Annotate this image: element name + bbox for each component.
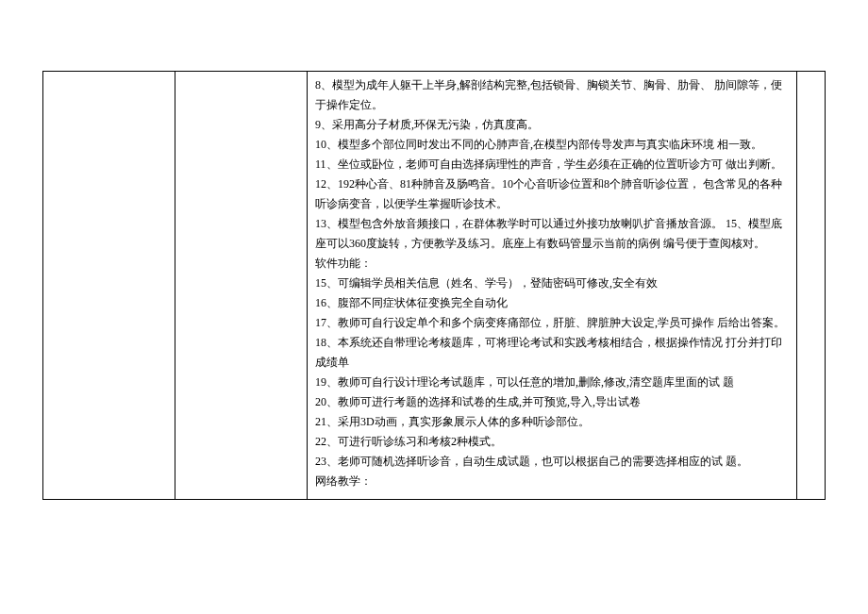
spec-line: 15、可编辑学员相关信息（姓名、学号），登陆密码可修改,安全有效 (315, 274, 789, 293)
spec-line: 16、腹部不同症状体征变换完全自动化 (315, 293, 789, 313)
spec-line: 8、模型为成年人躯干上半身,解剖结构完整,包括锁骨、胸锁关节、胸骨、肋骨、 肋间… (315, 75, 789, 115)
spec-line: 23、老师可随机选择听诊音，自动生成试题，也可以根据自己的需要选择相应的试 题。 (315, 452, 789, 472)
cell-col2 (175, 72, 308, 500)
cell-content: 8、模型为成年人躯干上半身,解剖结构完整,包括锁骨、胸锁关节、胸骨、肋骨、 肋间… (308, 72, 797, 500)
cell-col1 (43, 72, 175, 500)
spec-line: 18、本系统还自带理论考核题库，可将理论考试和实践考核相结合，根据操作情况 打分… (315, 333, 789, 373)
spec-line: 10、模型多个部位同时发出不同的心肺声音,在模型内部传导发声与真实临床环境 相一… (315, 135, 789, 155)
table-row: 8、模型为成年人躯干上半身,解剖结构完整,包括锁骨、胸锁关节、胸骨、肋骨、 肋间… (43, 72, 826, 500)
spec-line: 22、可进行听诊练习和考核2种模式。 (315, 432, 789, 452)
spec-table: 8、模型为成年人躯干上半身,解剖结构完整,包括锁骨、胸锁关节、胸骨、肋骨、 肋间… (42, 71, 826, 500)
spec-line: 21、采用3D动画，真实形象展示人体的多种听诊部位。 (315, 412, 789, 432)
spec-line: 9、采用高分子材质,环保无污染，仿真度高。 (315, 115, 789, 135)
spec-line: 20、教师可进行考题的选择和试卷的生成,并可预览,导入,导出试卷 (315, 392, 789, 412)
spec-line: 网络教学： (315, 472, 789, 491)
spec-line: 11、坐位或卧位，老师可自由选择病理性的声音，学生必须在正确的位置听诊方可 做出… (315, 155, 789, 174)
spec-line: 软件功能： (315, 254, 789, 274)
spec-line: 13、模型包含外放音频接口，在群体教学时可以通过外接功放喇叭扩音播放音源。 15… (315, 214, 789, 254)
spec-line: 17、教师可自行设定单个和多个病变疼痛部位，肝脏、脾脏肿大设定,学员可操作 后给… (315, 313, 789, 333)
cell-col4 (797, 72, 826, 500)
spec-line: 19、教师可自行设计理论考试题库，可以任意的增加,删除,修改,清空题库里面的试 … (315, 373, 789, 392)
spec-line: 12、192种心音、81种肺音及肠鸣音。10个心音听诊位置和8个肺音听诊位置， … (315, 174, 789, 214)
